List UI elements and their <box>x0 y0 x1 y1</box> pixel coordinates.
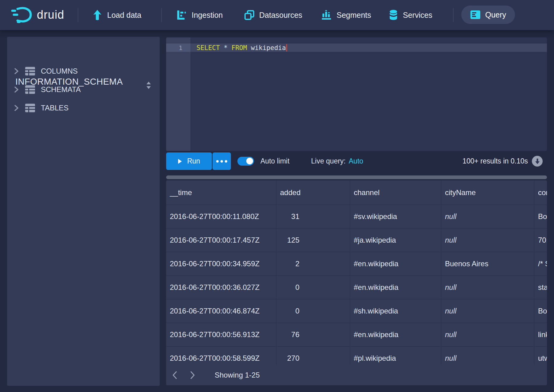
live-query-value[interactable]: Auto <box>349 157 363 165</box>
results-table: __time added channel cityName comment 20… <box>166 180 547 385</box>
query-icon <box>470 10 481 19</box>
cell-cityname[interactable]: null <box>441 205 534 228</box>
showing-label: Showing 1-25 <box>215 371 260 379</box>
cell-channel[interactable]: #sh.wikipedia <box>350 299 441 323</box>
druid-logo-icon <box>11 6 33 23</box>
download-button[interactable] <box>532 156 543 167</box>
cell-added[interactable]: 31 <box>276 205 350 228</box>
cell-cityname[interactable]: null <box>441 347 534 365</box>
cell-added[interactable]: 125 <box>276 229 350 252</box>
sidebar-item-label: TABLES <box>41 104 68 112</box>
cell-comment[interactable]: utw <box>534 347 547 365</box>
cell-added[interactable]: 2 <box>276 252 350 275</box>
editor-gutter <box>166 37 190 151</box>
sidebar-item-label: SCHEMATA <box>41 85 81 94</box>
cell-added[interactable]: 270 <box>276 347 350 365</box>
cell-comment[interactable]: link <box>534 323 547 346</box>
text-cursor <box>286 44 287 52</box>
cell-cityname[interactable]: Buenos Aires <box>441 252 534 275</box>
header-cell-added[interactable]: added <box>276 180 350 205</box>
nav-item-label: Segments <box>337 11 371 20</box>
cell-cityname[interactable]: null <box>441 323 534 346</box>
nav-item-label: Services <box>403 11 432 20</box>
cell-channel[interactable]: #pl.wikipedia <box>350 347 441 365</box>
nav-item-services[interactable]: Services <box>388 0 432 30</box>
sql-token: FROM <box>232 44 247 52</box>
toggle-knob <box>245 157 254 165</box>
chevron-right-icon <box>14 68 19 75</box>
cell-channel[interactable]: #en.wikipedia <box>350 252 441 275</box>
cell-comment[interactable]: 70. <box>534 229 547 252</box>
ingestion-icon <box>177 10 187 20</box>
play-icon <box>178 159 182 164</box>
brand[interactable]: druid <box>11 6 64 23</box>
nav-item-datasources[interactable]: Datasources <box>244 0 302 30</box>
cell-comment[interactable]: Bot <box>534 299 547 323</box>
services-icon <box>388 10 398 21</box>
brand-text: druid <box>37 8 64 21</box>
nav-item-segments[interactable]: Segments <box>321 0 371 30</box>
sidebar-item-tables[interactable]: TABLES <box>7 99 160 117</box>
nav-item-load-data[interactable]: Load data <box>92 0 141 30</box>
cell-channel[interactable]: #en.wikipedia <box>350 276 441 299</box>
auto-limit-toggle[interactable] <box>237 157 253 166</box>
cell-cityname[interactable]: null <box>441 229 534 252</box>
more-options-button[interactable] <box>213 152 231 170</box>
nav-item-label: Query <box>485 10 506 19</box>
cell-time[interactable]: 2016-06-27T00:00:58.599Z <box>166 347 276 365</box>
cell-time[interactable]: 2016-06-27T00:00:36.027Z <box>166 276 276 299</box>
chevron-right-icon <box>14 105 19 111</box>
header-cell-cityname[interactable]: cityName <box>441 180 534 205</box>
table-row: 2016-06-27T00:00:58.599Z 270 #pl.wikiped… <box>166 347 547 365</box>
sidebar-item-schemata[interactable]: SCHEMATA <box>7 80 160 99</box>
cell-cityname[interactable]: null <box>441 276 534 299</box>
chevron-left-icon <box>172 371 177 379</box>
sql-token: wikipedia <box>247 44 286 52</box>
cell-channel[interactable]: #ja.wikipedia <box>350 229 441 252</box>
cell-comment[interactable]: /* S <box>534 252 547 275</box>
nav-separator <box>453 8 454 22</box>
header-cell-time[interactable]: __time <box>166 180 276 205</box>
prev-page-button[interactable] <box>169 368 181 382</box>
nav-item-ingestion[interactable]: Ingestion <box>177 0 223 30</box>
cell-channel[interactable]: #sv.wikipedia <box>350 205 441 228</box>
cell-added[interactable]: 0 <box>276 299 350 323</box>
next-page-button[interactable] <box>186 368 199 382</box>
sql-code: SELECT * FROM wikipedia <box>197 44 286 52</box>
cell-comment[interactable]: stat <box>534 276 547 299</box>
cell-time[interactable]: 2016-06-27T00:00:46.874Z <box>166 299 276 323</box>
nav-separator <box>161 8 162 22</box>
editor-results-splitter[interactable] <box>166 175 547 179</box>
table-icon <box>25 67 35 76</box>
run-button[interactable]: Run <box>166 152 212 170</box>
cell-channel[interactable]: #en.wikipedia <box>350 323 441 346</box>
header-cell-channel[interactable]: channel <box>350 180 441 205</box>
table-row: 2016-06-27T00:00:56.913Z 76 #en.wikipedi… <box>166 323 547 347</box>
query-toolbar: Run Auto limit Live query: Auto 100+ res… <box>166 152 547 170</box>
cell-added[interactable]: 0 <box>276 276 350 299</box>
cell-time[interactable]: 2016-06-27T00:00:56.913Z <box>166 323 276 346</box>
cell-time[interactable]: 2016-06-27T00:00:34.959Z <box>166 252 276 275</box>
schema-sidebar: INFORMATION_SCHEMA COLUMNS SCHEMATA TABL <box>7 37 160 386</box>
table-row: 2016-06-27T00:00:46.874Z 0 #sh.wikipedia… <box>166 299 547 323</box>
nav-item-query[interactable]: Query <box>461 6 515 24</box>
sidebar-item-columns[interactable]: COLUMNS <box>7 62 160 80</box>
run-button-label: Run <box>187 157 200 165</box>
table-icon <box>25 103 35 113</box>
upload-icon <box>92 10 103 21</box>
table-row: 2016-06-27T00:00:36.027Z 0 #en.wikipedia… <box>166 276 547 299</box>
header-cell-comment[interactable]: comment <box>534 180 547 205</box>
nav-item-label: Ingestion <box>192 11 223 20</box>
cell-cityname[interactable]: null <box>441 299 534 323</box>
sql-token: SELECT <box>197 44 220 52</box>
auto-limit-label: Auto limit <box>260 152 290 170</box>
sidebar-item-label: COLUMNS <box>41 67 78 75</box>
cell-comment[interactable]: Bot <box>534 205 547 228</box>
sql-editor[interactable]: 1 SELECT * FROM wikipedia <box>166 37 547 151</box>
nav-item-label: Datasources <box>259 11 302 20</box>
table-icon <box>25 85 35 94</box>
cell-added[interactable]: 76 <box>276 323 350 346</box>
nav-item-label: Load data <box>107 11 141 20</box>
cell-time[interactable]: 2016-06-27T00:00:17.457Z <box>166 229 276 252</box>
cell-time[interactable]: 2016-06-27T00:00:11.080Z <box>166 205 276 228</box>
